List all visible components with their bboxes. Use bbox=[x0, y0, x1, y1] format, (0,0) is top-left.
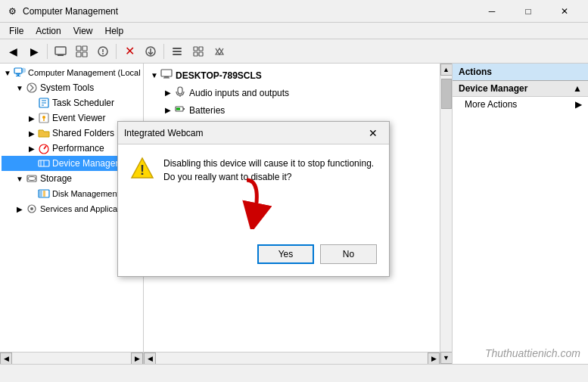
toolbar: ◀ ▶ ✕ bbox=[0, 39, 588, 64]
storage-arrow[interactable]: ▼ bbox=[14, 172, 26, 185]
svg-rect-17 bbox=[199, 52, 203, 56]
menu-view[interactable]: View bbox=[67, 24, 99, 38]
svg-rect-50 bbox=[176, 108, 180, 110]
vscroll-thumb[interactable] bbox=[441, 79, 452, 109]
tree-system-tools[interactable]: ▼ System Tools bbox=[2, 80, 142, 95]
hscroll-left[interactable]: ◀ bbox=[0, 352, 12, 364]
actions-section-device-manager[interactable]: Device Manager ▲ bbox=[453, 81, 588, 97]
disk-management-label: Disk Management bbox=[52, 189, 120, 198]
storage-icon bbox=[26, 172, 38, 185]
hscroll-right[interactable]: ▶ bbox=[131, 352, 143, 364]
app-icon: ⚙ bbox=[6, 5, 18, 17]
shared-folders-arrow[interactable]: ▶ bbox=[26, 127, 38, 139]
vscroll-track[interactable] bbox=[440, 76, 453, 352]
back-button[interactable]: ◀ bbox=[3, 42, 23, 61]
services-label: Services and Applicati... bbox=[40, 204, 129, 213]
toolbar-separator-3 bbox=[163, 44, 164, 59]
actions-panel: Actions Device Manager ▲ More Actions ▶ bbox=[452, 64, 588, 364]
toolbar-btn-5[interactable] bbox=[141, 42, 160, 61]
dialog-buttons: Yes No bbox=[130, 244, 377, 264]
svg-point-42 bbox=[30, 207, 33, 210]
dialog[interactable]: Integrated Webcam ✕ ! Disabling this dev… bbox=[117, 121, 390, 277]
dialog-body: ! Disabling this device will cause it to… bbox=[118, 144, 389, 276]
svg-rect-49 bbox=[183, 108, 185, 110]
tree-root-arrow[interactable]: ▼ bbox=[2, 67, 14, 79]
event-viewer-arrow[interactable]: ▶ bbox=[26, 112, 38, 124]
menu-bar: File Action View Help bbox=[0, 23, 588, 39]
content-root[interactable]: ▼ DESKTOP-789SCLS bbox=[147, 67, 449, 84]
tree-task-scheduler[interactable]: ▶ Task Scheduler bbox=[2, 95, 142, 110]
right-panel-vscrollbar[interactable]: ▲ ▼ bbox=[440, 64, 452, 364]
actions-header: Actions bbox=[453, 64, 588, 81]
menu-file[interactable]: File bbox=[3, 24, 30, 38]
svg-rect-5 bbox=[82, 52, 87, 57]
performance-arrow[interactable]: ▶ bbox=[26, 142, 38, 154]
services-arrow[interactable]: ▶ bbox=[14, 203, 26, 215]
batteries-arrow[interactable]: ▶ bbox=[162, 106, 174, 114]
content-audio[interactable]: ▶ Audio inputs and outputs bbox=[147, 84, 449, 101]
task-scheduler-label: Task Scheduler bbox=[52, 98, 114, 108]
event-viewer-icon bbox=[38, 112, 50, 124]
dialog-yes-button[interactable]: Yes bbox=[257, 244, 314, 264]
actions-more-label: More Actions bbox=[465, 99, 517, 110]
svg-point-23 bbox=[27, 83, 36, 92]
storage-label: Storage bbox=[40, 173, 72, 184]
vscroll-up[interactable]: ▲ bbox=[440, 64, 453, 76]
svg-rect-18 bbox=[14, 68, 22, 73]
hscroll-track[interactable] bbox=[12, 352, 131, 364]
system-tools-arrow[interactable]: ▼ bbox=[14, 82, 26, 94]
content-root-arrow[interactable]: ▼ bbox=[148, 71, 160, 79]
dialog-no-button[interactable]: No bbox=[320, 244, 377, 264]
actions-device-manager-chevron: ▲ bbox=[573, 83, 582, 94]
toolbar-btn-6[interactable] bbox=[167, 42, 187, 61]
toolbar-btn-4[interactable]: ✕ bbox=[120, 42, 139, 61]
svg-rect-20 bbox=[17, 75, 19, 76]
vscroll-down[interactable]: ▼ bbox=[440, 352, 453, 364]
audio-arrow[interactable]: ▶ bbox=[162, 89, 174, 97]
close-button[interactable]: ✕ bbox=[547, 0, 582, 23]
svg-rect-21 bbox=[16, 76, 20, 76]
shared-folders-label: Shared Folders bbox=[52, 128, 114, 138]
tree-root-label: Computer Management (Local bbox=[28, 68, 141, 77]
menu-help[interactable]: Help bbox=[99, 24, 130, 38]
toolbar-btn-7[interactable] bbox=[188, 42, 208, 61]
actions-more[interactable]: More Actions ▶ bbox=[453, 97, 588, 112]
content-batteries[interactable]: ▶ Batteries bbox=[147, 101, 449, 119]
svg-rect-11 bbox=[173, 48, 182, 49]
warning-icon: ! bbox=[130, 157, 154, 181]
tree-root[interactable]: ▼ Computer Management (Local bbox=[2, 65, 142, 80]
svg-point-29 bbox=[42, 116, 45, 119]
computer-management-icon bbox=[14, 67, 26, 79]
title-bar: ⚙ Computer Management ─ □ ✕ bbox=[0, 0, 588, 23]
device-manager-label: Device Manager bbox=[52, 158, 118, 169]
svg-rect-40 bbox=[43, 191, 45, 197]
device-manager-icon bbox=[38, 157, 50, 169]
right-hscroll-right[interactable]: ▶ bbox=[428, 352, 440, 364]
toolbar-separator-1 bbox=[47, 44, 48, 59]
svg-point-8 bbox=[102, 53, 104, 54]
toolbar-btn-8[interactable] bbox=[210, 42, 229, 61]
actions-device-manager-label: Device Manager bbox=[459, 83, 527, 94]
svg-line-32 bbox=[44, 146, 46, 149]
right-hscroll-track[interactable] bbox=[156, 352, 428, 364]
menu-action[interactable]: Action bbox=[30, 24, 67, 38]
svg-rect-3 bbox=[82, 46, 87, 51]
toolbar-btn-2[interactable] bbox=[72, 42, 92, 61]
toolbar-btn-1[interactable] bbox=[51, 42, 70, 61]
svg-point-22 bbox=[21, 68, 26, 73]
toolbar-btn-3[interactable] bbox=[93, 42, 113, 61]
minimize-button[interactable]: ─ bbox=[474, 0, 509, 23]
toolbar-separator-2 bbox=[116, 44, 117, 59]
left-panel-hscrollbar[interactable]: ◀ ▶ bbox=[0, 352, 143, 364]
right-panel-hscrollbar[interactable]: ◀ ▶ bbox=[144, 352, 440, 364]
maximize-button[interactable]: □ bbox=[511, 0, 546, 23]
system-tools-label: System Tools bbox=[40, 82, 94, 93]
dialog-content: ! Disabling this device will cause it to… bbox=[130, 157, 377, 229]
red-arrow-icon bbox=[224, 176, 285, 229]
dialog-close-button[interactable]: ✕ bbox=[363, 124, 383, 142]
dialog-title: Integrated Webcam bbox=[124, 128, 363, 138]
svg-rect-15 bbox=[199, 47, 203, 51]
forward-button[interactable]: ▶ bbox=[24, 42, 44, 61]
disk-management-icon bbox=[38, 188, 50, 200]
right-hscroll-left[interactable]: ◀ bbox=[144, 352, 156, 364]
